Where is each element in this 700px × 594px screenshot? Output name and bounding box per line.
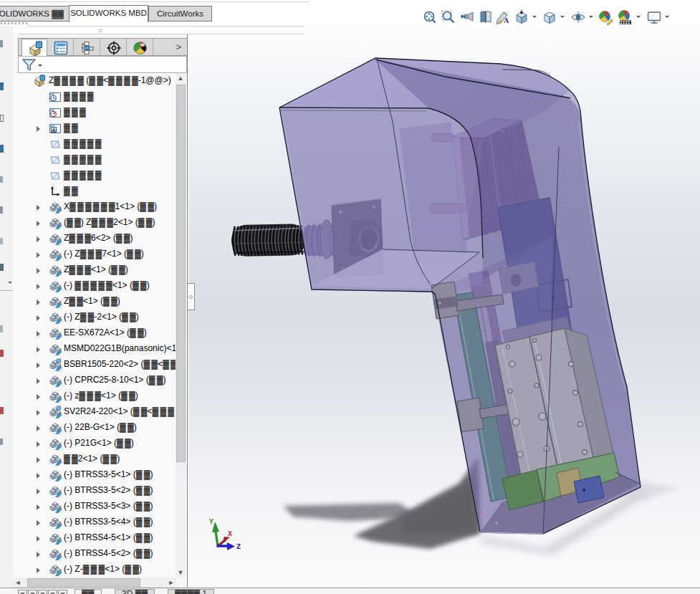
svg-text:Z: Z <box>236 543 241 551</box>
svg-text:X: X <box>228 530 232 538</box>
svg-text:Y: Y <box>209 518 214 526</box>
